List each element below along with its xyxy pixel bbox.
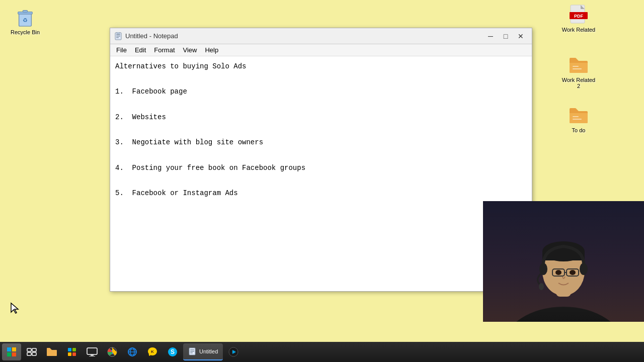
- todo-icon[interactable]: To do: [558, 103, 599, 135]
- svg-rect-42: [68, 352, 71, 356]
- notepad-icon: [114, 32, 122, 40]
- file-explorer-button[interactable]: [42, 343, 61, 360]
- notepad-taskbar-label: Untitled: [199, 348, 218, 354]
- svg-rect-9: [573, 68, 582, 69]
- svg-text:♻: ♻: [23, 17, 28, 23]
- taskbar: K S Untitled: [0, 342, 644, 362]
- svg-rect-15: [116, 37, 119, 38]
- svg-rect-59: [190, 352, 193, 353]
- work-related-icon[interactable]: PDF Work Related: [558, 3, 599, 35]
- menu-edit[interactable]: Edit: [131, 45, 150, 55]
- todo-label: To do: [572, 127, 586, 133]
- menu-file[interactable]: File: [112, 45, 131, 55]
- svg-marker-31: [11, 303, 18, 313]
- task-view-button[interactable]: [22, 343, 41, 360]
- start-button[interactable]: [2, 343, 21, 360]
- svg-rect-34: [7, 352, 11, 356]
- svg-text:PDF: PDF: [574, 14, 584, 19]
- svg-rect-45: [91, 354, 94, 356]
- webcam-overlay: [483, 201, 644, 322]
- skype-button[interactable]: S: [163, 343, 182, 360]
- webcam-video: [483, 201, 644, 322]
- svg-rect-2: [23, 11, 28, 13]
- svg-rect-57: [190, 349, 194, 350]
- minimize-button[interactable]: ─: [484, 31, 498, 42]
- work-related-2-label: Work Related 2: [560, 77, 597, 89]
- notepad-window: Untitled - Notepad ─ □ ✕ File Edit Forma…: [110, 28, 532, 292]
- svg-rect-39: [32, 352, 36, 355]
- svg-rect-14: [116, 36, 120, 37]
- svg-rect-10: [573, 116, 579, 117]
- svg-point-26: [555, 270, 561, 275]
- notepad-textarea[interactable]: [110, 56, 532, 291]
- notepad-title: Untitled - Notepad: [125, 32, 178, 40]
- maximize-button[interactable]: □: [499, 31, 513, 42]
- store-button[interactable]: [62, 343, 82, 360]
- svg-rect-41: [72, 348, 76, 351]
- menu-help[interactable]: Help: [201, 45, 222, 55]
- svg-rect-16: [117, 32, 120, 34]
- svg-rect-58: [190, 351, 194, 352]
- svg-rect-46: [89, 356, 95, 356]
- desktop: ♻ Recycle Bin PDF Work Related: [0, 0, 644, 342]
- svg-point-27: [570, 270, 576, 275]
- recycle-bin-label: Recycle Bin: [11, 29, 40, 35]
- svg-point-30: [539, 283, 544, 290]
- media-button[interactable]: [224, 343, 243, 360]
- notepad-menubar: File Edit Format View Help: [110, 44, 532, 56]
- svg-rect-11: [573, 119, 582, 120]
- mouse-cursor: [10, 302, 20, 314]
- svg-rect-38: [27, 352, 31, 355]
- svg-point-29: [580, 263, 588, 275]
- svg-rect-40: [68, 348, 71, 351]
- svg-text:K: K: [151, 349, 154, 354]
- svg-rect-43: [72, 352, 76, 356]
- svg-rect-8: [573, 66, 579, 67]
- svg-rect-33: [12, 347, 16, 351]
- notepad-taskbar-button[interactable]: Untitled: [183, 343, 223, 360]
- chrome-button[interactable]: [103, 343, 122, 360]
- work-related-2-icon[interactable]: Work Related 2: [558, 53, 599, 91]
- ie-button[interactable]: [123, 343, 142, 360]
- svg-rect-37: [32, 348, 36, 351]
- talk-button[interactable]: K: [143, 343, 162, 360]
- menu-view[interactable]: View: [179, 45, 201, 55]
- recycle-bin-icon[interactable]: ♻ Recycle Bin: [5, 5, 45, 37]
- work-related-label: Work Related: [562, 27, 595, 33]
- titlebar-controls: ─ □ ✕: [484, 31, 528, 42]
- svg-rect-32: [7, 347, 11, 351]
- close-button[interactable]: ✕: [514, 31, 528, 42]
- svg-rect-36: [27, 348, 31, 351]
- svg-rect-44: [87, 348, 97, 354]
- monitor-button[interactable]: [83, 343, 102, 360]
- svg-text:S: S: [171, 348, 175, 355]
- notepad-titlebar: Untitled - Notepad ─ □ ✕: [110, 28, 532, 44]
- svg-rect-13: [116, 34, 120, 35]
- menu-format[interactable]: Format: [150, 45, 179, 55]
- svg-rect-35: [12, 352, 16, 356]
